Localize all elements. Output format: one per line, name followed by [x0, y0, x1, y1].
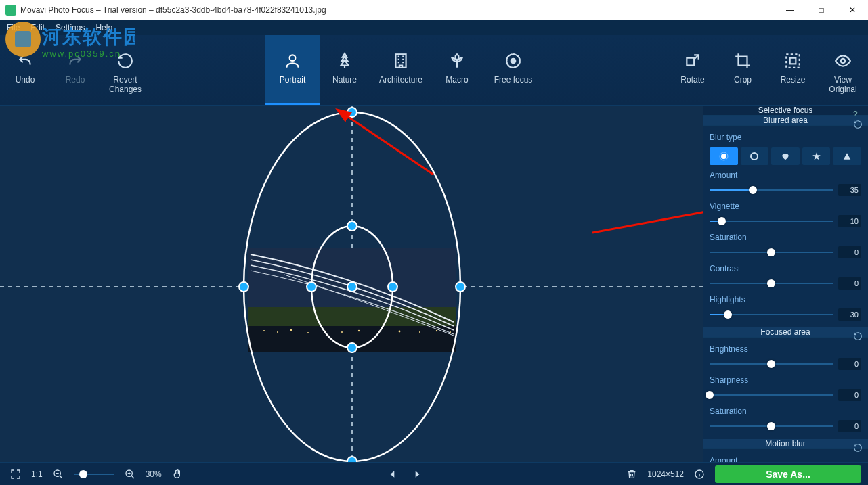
tab-architecture[interactable]: Architecture: [370, 35, 432, 105]
reset-icon[interactable]: [853, 443, 863, 453]
svg-point-18: [290, 329, 292, 331]
tab-nature[interactable]: Nature: [320, 35, 370, 105]
svg-point-24: [399, 331, 401, 333]
app-icon: [5, 5, 16, 16]
blur-type-bokeh-star[interactable]: [802, 147, 831, 165]
highlights-value[interactable]: 30: [838, 308, 861, 321]
brightness-slider[interactable]: [710, 359, 833, 369]
prev-image-button[interactable]: [384, 465, 402, 483]
zoom-percent: 30%: [146, 469, 162, 479]
menu-edit[interactable]: Edit: [30, 23, 45, 32]
side-panel: Selective focus ? Blurred area Blur type…: [703, 106, 868, 462]
zoom-slider[interactable]: [74, 470, 114, 478]
close-button[interactable]: ✕: [837, 0, 868, 20]
svg-point-9: [841, 59, 846, 64]
sharpness-value[interactable]: 0: [838, 389, 861, 401]
panel-header-motion-blur[interactable]: Motion blur: [703, 439, 868, 449]
eye-icon: [833, 51, 852, 70]
svg-rect-7: [786, 54, 800, 68]
hand-tool-button[interactable]: [169, 465, 186, 483]
svg-rect-14: [248, 307, 456, 326]
tab-freefocus[interactable]: Free focus: [482, 35, 544, 105]
menu-help[interactable]: Help: [95, 23, 112, 32]
sharpness-label: Sharpness: [710, 375, 861, 385]
blur-type-gaussian[interactable]: [710, 147, 738, 165]
brightness-label: Brightness: [710, 344, 861, 354]
fullscreen-button[interactable]: [7, 465, 24, 483]
tab-macro[interactable]: Macro: [432, 35, 482, 105]
amount-label: Amount: [710, 170, 861, 180]
amount-slider[interactable]: [710, 185, 833, 195]
f-saturation-label: Saturation: [710, 407, 861, 416]
redo-icon: [66, 51, 85, 70]
rotate-button[interactable]: Rotate: [668, 35, 718, 105]
vignette-label: Vignette: [710, 202, 861, 211]
bottom-bar: 1:1 30% 1024×512 Save As...: [0, 462, 868, 485]
svg-point-34: [347, 221, 357, 231]
workspace: Selective focus ? Blurred area Blur type…: [0, 106, 868, 462]
blur-type-bokeh-heart[interactable]: [771, 147, 800, 165]
blur-type-selector: [710, 147, 861, 165]
reset-icon[interactable]: [853, 331, 863, 341]
highlights-slider[interactable]: [710, 310, 833, 319]
window-title: Movavi Photo Focus – Trial version – df5…: [20, 5, 775, 15]
svg-point-38: [347, 282, 357, 292]
svg-point-27: [450, 331, 451, 333]
fit-label[interactable]: 1:1: [31, 469, 43, 479]
next-image-button[interactable]: [408, 465, 426, 483]
contrast-slider[interactable]: [710, 279, 833, 288]
contrast-value[interactable]: 0: [838, 277, 861, 290]
svg-point-5: [511, 59, 516, 64]
svg-point-21: [341, 331, 343, 333]
blur-type-bokeh-circle[interactable]: [741, 147, 769, 165]
menu-bar: File Edit Settings Help: [0, 20, 868, 35]
svg-point-25: [419, 331, 420, 333]
panel-header-selective-focus: Selective focus ?: [703, 106, 868, 116]
blur-type-label: Blur type: [710, 133, 861, 142]
contrast-label: Contrast: [710, 264, 861, 273]
saturation-slider[interactable]: [710, 248, 833, 257]
svg-point-37: [388, 282, 397, 292]
save-as-button[interactable]: Save As...: [715, 465, 861, 483]
brightness-value[interactable]: 0: [838, 358, 861, 370]
canvas[interactable]: [0, 106, 703, 462]
m-amount-label: Amount: [710, 456, 861, 462]
zoom-in-button[interactable]: [121, 465, 139, 483]
macro-icon: [448, 51, 466, 70]
highlights-label: Highlights: [710, 295, 861, 304]
panel-header-blurred-area[interactable]: Blurred area: [703, 116, 868, 126]
resize-button[interactable]: Resize: [768, 35, 818, 105]
amount-value[interactable]: 35: [838, 184, 861, 196]
undo-button[interactable]: Undo: [0, 35, 50, 105]
info-button[interactable]: [691, 465, 708, 483]
vignette-slider[interactable]: [710, 216, 833, 226]
portrait-icon: [283, 51, 302, 70]
svg-point-19: [307, 332, 309, 333]
menu-file[interactable]: File: [7, 23, 20, 32]
rotate-icon: [683, 51, 702, 70]
zoom-out-button[interactable]: [49, 465, 67, 483]
redo-button[interactable]: Redo: [50, 35, 100, 105]
panel-header-focused-area[interactable]: Focused area: [703, 327, 868, 338]
tab-portrait[interactable]: Portrait: [265, 35, 320, 105]
vignette-value[interactable]: 10: [838, 215, 861, 227]
image-dimensions: 1024×512: [647, 469, 684, 479]
svg-point-31: [347, 457, 357, 462]
revert-button[interactable]: Revert Changes: [100, 35, 150, 105]
maximize-button[interactable]: □: [806, 0, 837, 20]
f-saturation-value[interactable]: 0: [838, 420, 861, 432]
sharpness-slider[interactable]: [710, 390, 833, 400]
minimize-button[interactable]: —: [775, 0, 806, 20]
svg-point-41: [721, 154, 726, 159]
svg-point-2: [290, 55, 296, 61]
blur-type-bokeh-triangle[interactable]: [833, 147, 861, 165]
reset-icon[interactable]: [853, 120, 863, 129]
menu-settings[interactable]: Settings: [56, 23, 85, 32]
svg-rect-8: [790, 58, 796, 64]
view-original-button[interactable]: View Original: [818, 35, 868, 105]
delete-button[interactable]: [623, 465, 641, 483]
crop-button[interactable]: Crop: [718, 35, 768, 105]
svg-point-16: [263, 330, 265, 331]
saturation-value[interactable]: 0: [838, 246, 861, 258]
f-saturation-slider[interactable]: [710, 421, 833, 431]
